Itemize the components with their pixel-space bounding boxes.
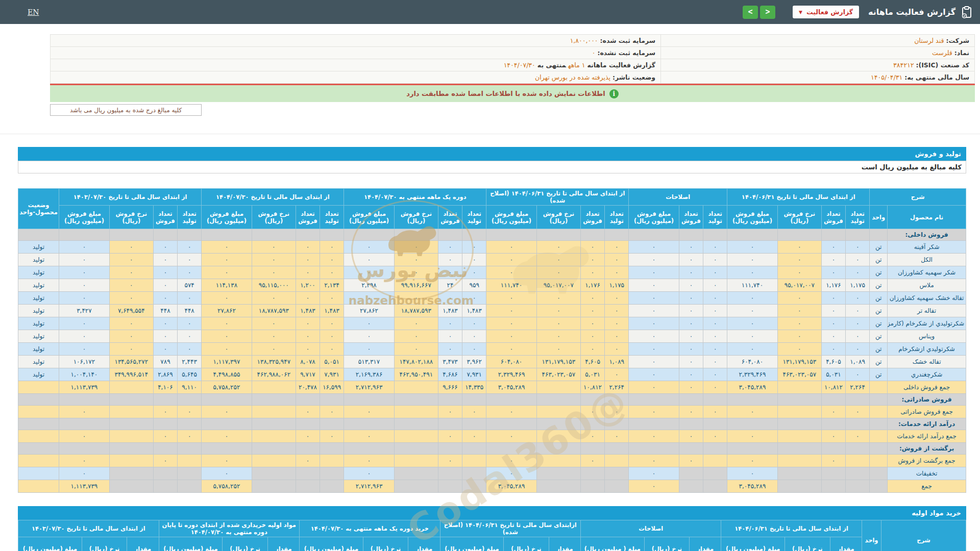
value-cell: ۴,۶۰۵ bbox=[580, 356, 604, 368]
value-cell bbox=[153, 467, 177, 480]
header-period-group: اصلاحات bbox=[629, 189, 727, 206]
header-period-group: خرید دوره یک ماهه منتهی به ۱۴۰۴/۰۷/۳۰ bbox=[300, 520, 440, 537]
value-cell: ۰ bbox=[153, 266, 177, 279]
cell bbox=[821, 418, 845, 430]
cell bbox=[580, 394, 604, 406]
value-cell: ۰ bbox=[580, 430, 604, 443]
status-cell bbox=[18, 430, 59, 443]
cell bbox=[344, 418, 395, 430]
value-cell: ۰ bbox=[486, 455, 536, 467]
product-name-cell: تفاله خشک bbox=[888, 356, 966, 368]
cell bbox=[178, 229, 202, 241]
value-cell: ۰ bbox=[846, 254, 870, 266]
status-cell: تولید bbox=[18, 330, 59, 343]
cell bbox=[59, 418, 110, 430]
value-cell: ۰ bbox=[296, 430, 320, 443]
value-cell: ۰ bbox=[438, 330, 462, 343]
info-label: گزارش فعالیت ماهانه bbox=[587, 61, 655, 69]
value-cell: ۰ bbox=[296, 266, 320, 279]
header-subcolumn: مبلغ فروش (میلیون ریال) bbox=[629, 206, 679, 229]
table-row: شکرچغندريتن۰۵,۰۳۱۴۶۳,۰۲۳,۰۵۷۲,۳۲۹,۴۶۹۰۰۰… bbox=[18, 368, 966, 381]
value-cell: ۰ bbox=[202, 455, 252, 467]
header-subcolumn: مقدار bbox=[127, 537, 159, 551]
value-cell: ۳,۰۴۵,۲۸۹ bbox=[727, 480, 778, 493]
production-sales-band: تولید و فروش bbox=[18, 147, 966, 161]
header-subcolumn: مبلغ (میلیون ریال) bbox=[18, 537, 82, 551]
cell bbox=[679, 394, 703, 406]
value-cell: ۰ bbox=[438, 254, 462, 266]
product-name-cell: جمع درآمد ارائه خدمات bbox=[888, 430, 966, 443]
header-subcolumn: مبلغ (میلیون ریال) bbox=[300, 537, 363, 551]
report-type-button[interactable]: گزارش فعالیت ▼ bbox=[793, 6, 859, 18]
value-cell: ۰ bbox=[777, 266, 821, 279]
cell bbox=[344, 443, 395, 455]
value-cell: ۰ bbox=[153, 455, 177, 467]
value-cell: ۰ bbox=[703, 317, 727, 330]
value-cell: ۰ bbox=[727, 317, 778, 330]
value-cell: ۱,۱۱۳,۷۳۹ bbox=[59, 381, 110, 394]
info-cell: وضعیت ناشر:پذیرفته شده در بورس تهران bbox=[51, 71, 661, 84]
value-cell: ۰ bbox=[394, 330, 438, 343]
value-cell: ۲,۲۶۴ bbox=[846, 381, 870, 394]
value-cell: ۰ bbox=[679, 455, 703, 467]
cell bbox=[821, 443, 845, 455]
status-cell bbox=[18, 455, 59, 467]
value-cell: ۰ bbox=[703, 279, 727, 292]
table-row: شکرتولیدي ازشکرخامتن۰۰۰۰۰۰۰۰۰۰۰۰۰۰۰۰۰۰۰۰… bbox=[18, 343, 966, 356]
value-cell: ۹,۱۱۰ bbox=[178, 381, 202, 394]
table-row: شکرتولیدي از شکرخام (کارمزدي)تن۰۰۰۰۰۰۰۰۰… bbox=[18, 317, 966, 330]
value-cell bbox=[320, 455, 344, 467]
cell bbox=[821, 229, 845, 241]
value-cell: ۰ bbox=[202, 343, 252, 356]
cell bbox=[462, 229, 486, 241]
value-cell bbox=[153, 480, 177, 493]
product-name-cell: شکرچغندري bbox=[888, 368, 966, 381]
header-subcolumn: تعداد فروش bbox=[153, 206, 177, 229]
purchase-table-wrap: شرحواحداز ابتدای سال مالی تا تاریخ ۱۴۰۴/… bbox=[18, 520, 966, 551]
value-cell: ۰ bbox=[679, 356, 703, 368]
header-subcolumn: نرخ (ریال) bbox=[504, 537, 549, 551]
cell bbox=[153, 229, 177, 241]
value-cell: ۰ bbox=[109, 241, 153, 254]
next-report-button[interactable]: > bbox=[743, 6, 758, 19]
value-cell: ۰ bbox=[629, 356, 679, 368]
value-cell: ۰ bbox=[580, 254, 604, 266]
table-row: تفاله ترتن۰۰۰۰۰۰۰۰۰۰۰۱,۴۸۳۱,۴۸۳۱۸,۷۸۷,۵۹… bbox=[18, 305, 966, 317]
info-label: نماد: bbox=[954, 49, 969, 57]
value-cell: ۰ bbox=[344, 467, 395, 480]
cell bbox=[605, 229, 629, 241]
value-cell bbox=[536, 406, 580, 418]
cell bbox=[777, 443, 821, 455]
table-row: فروش داخلی: bbox=[18, 229, 966, 241]
cell bbox=[18, 443, 59, 455]
status-cell: تولید bbox=[18, 317, 59, 330]
value-cell bbox=[703, 480, 727, 493]
value-cell bbox=[109, 480, 153, 493]
value-cell: ۰ bbox=[605, 241, 629, 254]
prev-report-button[interactable]: < bbox=[760, 6, 775, 19]
value-cell: ۰ bbox=[344, 455, 395, 467]
cell bbox=[486, 418, 536, 430]
unit-cell: تن bbox=[870, 317, 888, 330]
table-row: جمع درآمد ارائه خدمات۰۰۰۰۰۰۰۰۰۰۰۰۰۰۰۰۰۰ bbox=[18, 430, 966, 443]
language-toggle-en[interactable]: EN bbox=[28, 8, 39, 16]
value-cell bbox=[394, 381, 438, 394]
value-cell: ۰ bbox=[679, 241, 703, 254]
value-cell: ۲,۳۲۹,۴۶۹ bbox=[486, 368, 536, 381]
value-cell: ۰ bbox=[178, 430, 202, 443]
value-cell: ۱,۴۸۳ bbox=[462, 305, 486, 317]
product-name-cell: جمع bbox=[888, 480, 966, 493]
status-cell: تولید bbox=[18, 254, 59, 266]
value-cell: ۰ bbox=[846, 343, 870, 356]
value-cell: ۰ bbox=[580, 455, 604, 467]
cell bbox=[438, 229, 462, 241]
value-cell: ۹,۷۱۷ bbox=[296, 368, 320, 381]
cell bbox=[629, 418, 679, 430]
product-name-cell: تخفیفات bbox=[888, 467, 966, 480]
value-cell: ۷۸۹ bbox=[153, 356, 177, 368]
value-cell: ۲۷,۸۶۲ bbox=[344, 305, 395, 317]
header-product-name: نام محصول bbox=[888, 206, 966, 229]
cell bbox=[178, 394, 202, 406]
value-cell: ۲۷,۸۶۲ bbox=[202, 305, 252, 317]
header-subcolumn: مبلغ (میلیون ریال) bbox=[159, 537, 223, 551]
